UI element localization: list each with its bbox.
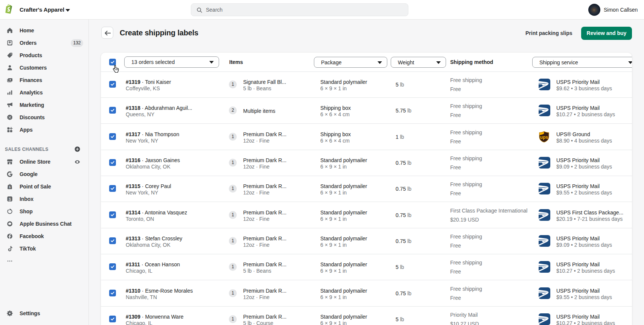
svg-text:$: $ bbox=[9, 185, 11, 189]
svg-text:S: S bbox=[9, 197, 11, 201]
svg-text:ups: ups bbox=[540, 135, 548, 140]
